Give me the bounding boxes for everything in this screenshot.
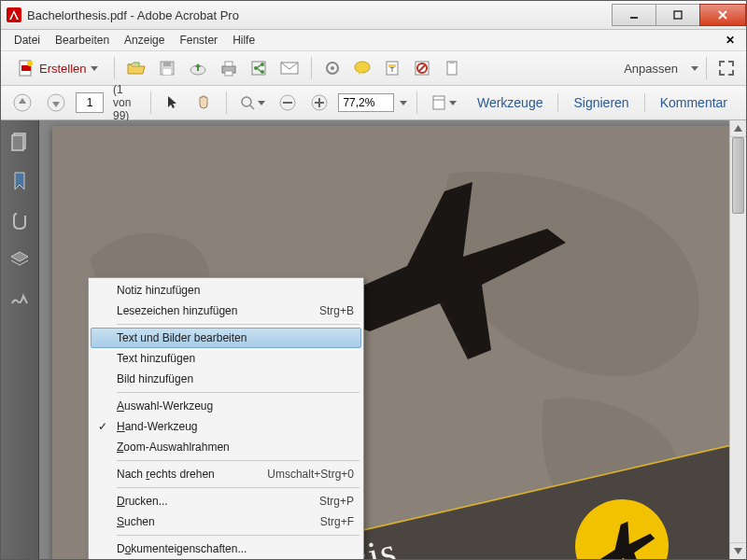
- highlight-button[interactable]: T: [379, 56, 405, 80]
- highlight-text-icon: T: [383, 59, 402, 77]
- minus-circle-icon: [278, 93, 297, 112]
- page-down-button[interactable]: [42, 90, 70, 116]
- ctx-add-text[interactable]: Text hinzufügen: [91, 348, 361, 369]
- scroll-thumb[interactable]: [732, 137, 744, 214]
- scroll-up-button[interactable]: [730, 120, 746, 137]
- settings-button[interactable]: [319, 56, 345, 80]
- svg-point-19: [331, 66, 334, 70]
- thumbnails-icon[interactable]: [9, 132, 30, 152]
- menu-fenster[interactable]: Fenster: [172, 32, 225, 49]
- scroll-down-button[interactable]: [730, 542, 746, 559]
- context-menu-separator: [117, 324, 359, 325]
- ctx-add-image[interactable]: Bild hinzufügen: [91, 369, 361, 389]
- menu-hilfe[interactable]: Hilfe: [225, 32, 262, 49]
- app-icon: [7, 7, 21, 22]
- zoom-in-button[interactable]: [306, 91, 332, 115]
- zoom-select-icon: [239, 94, 256, 111]
- dropdown-arrow-icon: [691, 66, 698, 71]
- save-button[interactable]: [154, 56, 180, 80]
- ctx-add-note[interactable]: Notiz hinzufügen: [91, 280, 361, 301]
- signatures-icon[interactable]: [9, 288, 30, 309]
- ctx-search[interactable]: SuchenStrg+F: [91, 511, 361, 532]
- ctx-add-bookmark[interactable]: Lesezeichen hinzufügenStrg+B: [91, 301, 361, 321]
- zoom-marquee-button[interactable]: [235, 91, 269, 114]
- separator: [311, 57, 312, 79]
- svg-rect-28: [449, 61, 455, 63]
- svg-rect-11: [225, 62, 233, 66]
- menu-bearbeiten[interactable]: Bearbeiten: [48, 32, 117, 49]
- share-button[interactable]: [246, 56, 272, 80]
- bookmarks-icon[interactable]: [9, 171, 30, 191]
- open-button[interactable]: [122, 56, 150, 80]
- svg-point-15: [261, 63, 264, 66]
- toolbar-main: Erstellen T Anpassen: [1, 51, 746, 86]
- cancel-stamp-icon: [413, 59, 431, 77]
- svg-rect-38: [433, 96, 444, 109]
- svg-rect-0: [7, 7, 21, 22]
- attachments-icon[interactable]: [9, 210, 30, 231]
- svg-rect-1: [630, 17, 638, 19]
- content-area: Bachelorthesis Analyse zur Empfehlung ei…: [1, 120, 746, 559]
- tools-panel-link[interactable]: Werkzeuge: [466, 91, 555, 114]
- customize-label[interactable]: Anpassen: [624, 62, 678, 76]
- fullscreen-button[interactable]: [714, 57, 739, 79]
- context-menu-separator: [117, 392, 359, 393]
- dropdown-arrow-icon[interactable]: [400, 101, 407, 105]
- ctx-select-tool[interactable]: Auswahl-Werkzeug: [91, 396, 361, 416]
- arrow-up-circle-icon: [12, 92, 33, 113]
- zoom-out-button[interactable]: [275, 91, 301, 115]
- select-tool-button[interactable]: [161, 91, 185, 114]
- svg-rect-8: [163, 69, 171, 75]
- sign-panel-link[interactable]: Signieren: [562, 91, 640, 114]
- page-view-icon: [430, 94, 447, 111]
- svg-rect-27: [447, 62, 457, 75]
- printer-icon: [219, 59, 238, 77]
- ctx-hand-tool[interactable]: ✓Hand-Werkzeug: [91, 416, 361, 437]
- menu-datei[interactable]: Datei: [7, 32, 48, 49]
- minimize-button[interactable]: [612, 4, 656, 26]
- attach-button[interactable]: [439, 56, 465, 80]
- comment-button[interactable]: [349, 56, 375, 80]
- close-button[interactable]: [699, 4, 746, 26]
- ctx-zoom-marquee[interactable]: Zoom-Auswahlrahmen: [91, 437, 361, 457]
- menu-anzeige[interactable]: Anzeige: [117, 32, 172, 49]
- stamp-button[interactable]: [409, 56, 435, 80]
- layers-icon[interactable]: [9, 249, 30, 270]
- reading-mode-button[interactable]: [427, 91, 460, 114]
- context-menu-separator: [117, 535, 359, 536]
- cloud-button[interactable]: [184, 56, 212, 80]
- hand-icon: [194, 93, 213, 112]
- ctx-rotate-right[interactable]: Nach rechts drehenUmschalt+Strg+0: [91, 464, 361, 484]
- folder-open-icon: [126, 59, 147, 77]
- print-button[interactable]: [216, 56, 242, 80]
- svg-rect-12: [225, 71, 233, 76]
- comment-panel-link[interactable]: Kommentar: [649, 91, 739, 114]
- hand-tool-button[interactable]: [190, 91, 217, 115]
- separator: [114, 57, 115, 79]
- dropdown-arrow-icon: [91, 66, 98, 71]
- ctx-edit-text-images[interactable]: Text und Bilder bearbeiten: [91, 328, 361, 348]
- arrow-down-circle-icon: [46, 92, 66, 113]
- menubar-close-button[interactable]: ✕: [720, 32, 740, 49]
- create-button[interactable]: Erstellen: [8, 55, 106, 81]
- svg-rect-34: [283, 102, 292, 104]
- page-count-label: (1 von 99): [113, 83, 137, 122]
- create-label: Erstellen: [39, 62, 87, 76]
- page-up-button[interactable]: [8, 90, 36, 116]
- svg-point-14: [254, 66, 258, 70]
- window-controls: [613, 4, 746, 26]
- vertical-scrollbar[interactable]: [729, 120, 746, 559]
- dropdown-arrow-icon: [258, 101, 265, 105]
- page-number-input[interactable]: [76, 92, 104, 113]
- plus-circle-icon: [310, 93, 329, 112]
- context-menu-separator: [117, 487, 359, 488]
- zoom-level-input[interactable]: [338, 93, 394, 112]
- context-menu-separator: [117, 460, 359, 461]
- email-button[interactable]: [275, 57, 303, 79]
- maximize-button[interactable]: [655, 4, 700, 26]
- airplane-small-icon: [581, 509, 664, 559]
- ctx-document-properties[interactable]: Dokumenteigenschaften...: [91, 539, 361, 559]
- titlebar: Bachelorthesis.pdf - Adobe Acrobat Pro: [1, 1, 746, 30]
- menubar: Datei Bearbeiten Anzeige Fenster Hilfe ✕: [1, 30, 746, 51]
- ctx-print[interactable]: Drucken...Strg+P: [91, 491, 361, 511]
